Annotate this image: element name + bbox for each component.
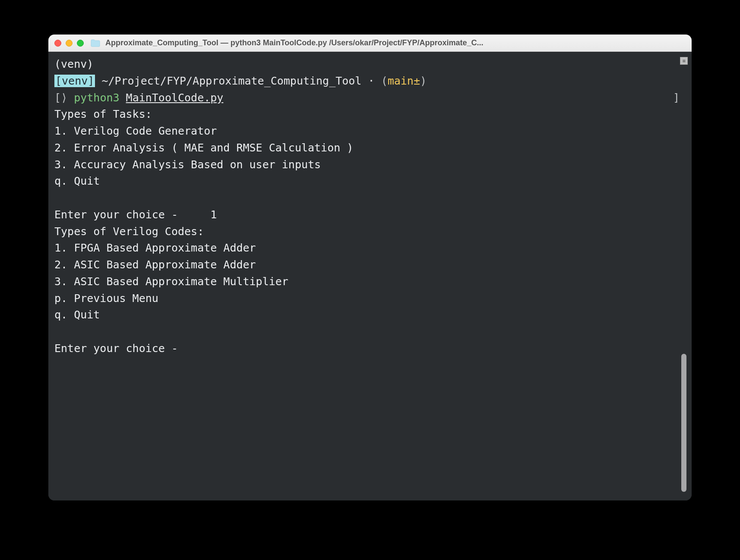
output-line: 3. Accuracy Analysis Based on user input…	[54, 158, 321, 171]
output-line: Enter your choice - 1	[54, 208, 217, 221]
terminal-text[interactable]: (venv) [venv] ~/Project/FYP/Approximate_…	[54, 56, 680, 496]
terminal-window: Approximate_Computing_Tool — python3 Mai…	[48, 35, 692, 500]
branch-paren-open: (	[381, 75, 388, 87]
close-window-button[interactable]	[54, 40, 61, 47]
window-titlebar[interactable]: Approximate_Computing_Tool — python3 Mai…	[48, 35, 692, 52]
scrollbar-thumb[interactable]	[681, 354, 686, 492]
cwd-path: ~/Project/FYP/Approximate_Computing_Tool	[101, 75, 361, 87]
branch-paren-close: )	[420, 75, 427, 87]
separator-dot: ·	[368, 75, 375, 87]
output-line: 3. ASIC Based Approximate Multiplier	[54, 275, 288, 288]
prompt-bracket-open: [	[54, 91, 61, 104]
scroll-indicator-icon[interactable]: ≡	[680, 57, 688, 65]
command-name: python3	[74, 91, 119, 104]
traffic-lights	[54, 40, 84, 47]
minimize-window-button[interactable]	[66, 40, 73, 47]
output-line: 1. FPGA Based Approximate Adder	[54, 242, 256, 254]
terminal-body[interactable]: (venv) [venv] ~/Project/FYP/Approximate_…	[48, 52, 692, 500]
output-line: 2. ASIC Based Approximate Adder	[54, 258, 256, 271]
prompt-symbol: ⟩	[61, 91, 67, 104]
output-line: Types of Verilog Codes:	[54, 225, 204, 238]
git-branch: main±	[388, 75, 420, 87]
zoom-window-button[interactable]	[77, 40, 84, 47]
venv-indicator-highlighted: [venv]	[54, 75, 95, 87]
scrollbar[interactable]: ≡	[680, 56, 688, 496]
window-title: Approximate_Computing_Tool — python3 Mai…	[105, 38, 686, 47]
venv-indicator-plain: (venv)	[54, 58, 93, 70]
output-line: 2. Error Analysis ( MAE and RMSE Calcula…	[54, 142, 353, 154]
output-line: 1. Verilog Code Generator	[54, 125, 217, 137]
output-line: q. Quit	[54, 175, 100, 187]
output-line: Types of Tasks:	[54, 108, 152, 120]
scrollbar-track[interactable]	[681, 65, 686, 496]
output-line: p. Previous Menu	[54, 292, 158, 305]
command-argument: MainToolCode.py	[126, 91, 224, 104]
folder-icon	[91, 39, 100, 47]
prompt-bracket-close: ]	[673, 90, 680, 107]
input-prompt[interactable]: Enter your choice -	[54, 342, 184, 355]
output-line: q. Quit	[54, 308, 100, 321]
